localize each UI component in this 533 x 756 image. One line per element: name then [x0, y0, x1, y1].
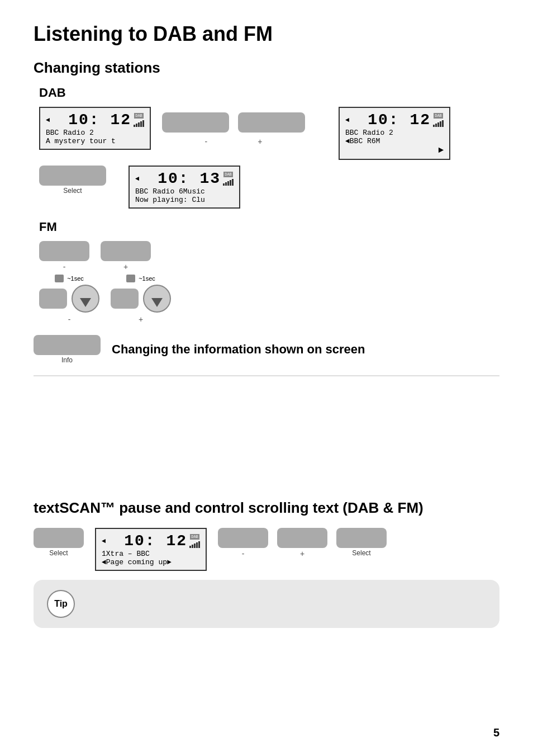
dab-time-2: 10: 13 — [158, 170, 221, 187]
textscan-select-wrap-left: Select — [34, 528, 84, 557]
signal-bars-1 — [134, 119, 144, 127]
dab-display-2: ◄ 10: 13 DAB — [129, 166, 240, 209]
dab-minus-wrap — [162, 112, 229, 133]
fm-minus-dial-group: ~1sec - — [39, 275, 99, 324]
dab-line2-2: Now playing: Clu — [135, 196, 234, 204]
dab-minus-label: - — [205, 137, 208, 146]
dab-plus-wrap — [238, 112, 305, 133]
textscan-plus-label: + — [300, 549, 304, 558]
dab-line1-3: BBC Radio 2 — [345, 129, 444, 137]
fm-dial-minus-btn[interactable] — [39, 289, 67, 309]
textscan-row: Select ◄ 10: 12 DAB — [34, 528, 499, 571]
speaker-icon-1: ◄ — [46, 116, 50, 124]
dab-minus-btn[interactable] — [162, 112, 229, 133]
signal-bars-2 — [223, 178, 234, 186]
divider-1 — [34, 375, 499, 376]
fm-dial-plus-label: + — [139, 315, 143, 324]
textscan-minus-label: - — [242, 549, 245, 558]
info-btn-label: Info — [61, 356, 73, 364]
fm-timer-label-minus: ~1sec — [67, 275, 84, 282]
fm-plus-label: + — [123, 262, 128, 271]
dab-display-1: ◄ 10: 12 DAB BBC Radio 2 — [39, 107, 151, 150]
fm-dial-plus-btn[interactable] — [111, 289, 139, 309]
textscan-select-btn-left[interactable] — [34, 528, 84, 548]
dab-line2-3: ◄BBC R6M — [345, 137, 444, 145]
fm-label: FM — [39, 220, 499, 234]
dab-section: ◄ 10: 12 DAB BBC Radio 2 — [39, 107, 499, 209]
fm-btn-minus[interactable] — [39, 241, 89, 261]
dab-badge-2: DAB — [223, 172, 233, 177]
textscan-line1: 1Xtra – BBC — [102, 550, 200, 558]
dab-line1-1: BBC Radio 2 — [46, 129, 144, 137]
fm-minus-btn-wrap: - — [39, 241, 89, 271]
arrow-right-3: ► — [345, 145, 444, 155]
dab-select-wrap: Select — [39, 166, 106, 195]
signal-bars-3 — [433, 119, 444, 127]
fm-section: - + ~1sec - ~1sec — [39, 241, 499, 324]
signal-bars-ts — [189, 540, 200, 548]
textscan-time: 10: 12 — [124, 532, 187, 550]
info-description: Changing the information shown on screen — [112, 342, 365, 357]
changing-stations-title: Changing stations — [34, 59, 499, 77]
textscan-plus-btn[interactable] — [277, 528, 327, 548]
textscan-select-wrap-right: Select — [336, 528, 387, 557]
textscan-right-controls: - + Select — [218, 528, 387, 558]
fm-dial-minus[interactable] — [72, 285, 99, 313]
textscan-select-label-right: Select — [352, 549, 370, 557]
textscan-line2: ◄Page coming up► — [102, 558, 200, 566]
fm-row2: ~1sec - ~1sec + — [39, 275, 499, 324]
textscan-select-btn-right[interactable] — [336, 528, 387, 548]
dab-select-label: Select — [63, 187, 82, 195]
speaker-icon-ts: ◄ — [102, 537, 106, 545]
dab-display-2-wrap: ◄ 10: 13 DAB — [129, 166, 240, 209]
page-title: Listening to DAB and FM — [34, 22, 499, 46]
speaker-icon-2: ◄ — [135, 175, 139, 183]
dab-plus-btn[interactable] — [238, 112, 305, 133]
fm-btn-plus[interactable] — [101, 241, 151, 261]
small-icon-minus — [55, 275, 64, 282]
dab-badge-3: DAB — [434, 113, 443, 119]
dab-controls-middle: - + — [162, 112, 305, 146]
page-number: 5 — [493, 726, 499, 739]
info-section: Info Changing the information shown on s… — [34, 335, 499, 364]
info-btn-wrap: Info — [34, 335, 101, 364]
speaker-icon-3: ◄ — [345, 116, 349, 124]
fm-minus-label: - — [63, 262, 66, 271]
textscan-display: ◄ 10: 12 DAB 1Xtra – BBC — [95, 528, 207, 571]
fm-plus-btn-wrap: + — [101, 241, 151, 271]
dab-line1-2: BBC Radio 6Music — [135, 187, 234, 196]
dab-line2-1: A mystery tour t — [46, 137, 144, 145]
dab-badge-ts: DAB — [190, 534, 199, 540]
tip-box: Tip — [34, 580, 499, 628]
fm-dial-minus-label: - — [68, 315, 71, 324]
dab-row2: Select ◄ 10: 13 DAB — [39, 166, 499, 209]
fm-plus-dial-group: ~1sec + — [111, 275, 171, 324]
fm-timer-label-plus: ~1sec — [139, 275, 155, 282]
dab-plus-label: + — [258, 137, 262, 146]
info-btn[interactable] — [34, 335, 101, 355]
dab-display-3: ◄ 10: 12 DAB BBC Radio 2 — [339, 107, 450, 160]
dab-time-1: 10: 12 — [68, 111, 131, 129]
textscan-title: textSCAN™ pause and control scrolling te… — [34, 499, 499, 517]
textscan-select-label-left: Select — [49, 549, 68, 557]
spacer — [34, 388, 499, 499]
small-icon-plus — [126, 275, 135, 282]
dab-select-btn[interactable] — [39, 166, 106, 186]
dab-badge-1: DAB — [134, 113, 144, 119]
dab-time-3: 10: 12 — [368, 111, 431, 129]
tip-label: Tip — [54, 599, 68, 609]
tip-circle: Tip — [47, 590, 75, 618]
fm-dial-plus[interactable] — [143, 285, 171, 313]
fm-row1: - + — [39, 241, 499, 271]
dab-label: DAB — [39, 86, 499, 100]
textscan-minus-btn[interactable] — [218, 528, 268, 548]
dial-arrow-minus — [80, 298, 91, 307]
dial-arrow-plus — [151, 298, 163, 307]
dab-row1: ◄ 10: 12 DAB BBC Radio 2 — [39, 107, 499, 160]
textscan-section: textSCAN™ pause and control scrolling te… — [34, 499, 499, 628]
